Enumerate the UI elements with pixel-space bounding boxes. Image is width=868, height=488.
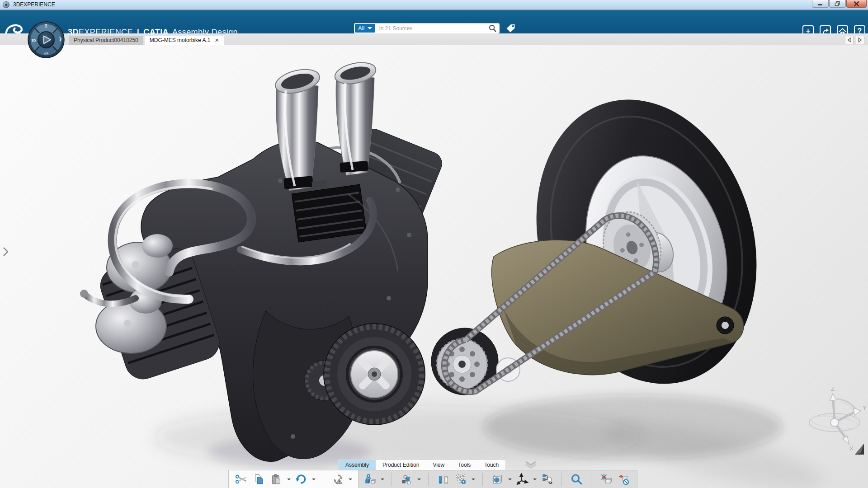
new-3d-part-icon: [491, 473, 504, 485]
tab-close-icon[interactable]: ×: [215, 36, 218, 45]
cut-icon: [235, 473, 247, 485]
action-bar-tabs: Assembly Product Edition View Tools Touc…: [338, 460, 506, 470]
tab-scroll-right-button[interactable]: [856, 36, 864, 44]
toolbar-separator: [561, 473, 562, 486]
update-dropdown[interactable]: [348, 472, 353, 487]
mouse-cursor: [854, 443, 865, 455]
os-titlebar: 3DEXPERIENCE: [0, 0, 868, 10]
tag-icon[interactable]: [505, 23, 516, 34]
toolbar-separator: [428, 473, 429, 486]
measure-icon: [571, 473, 583, 485]
undo-button[interactable]: [293, 472, 309, 487]
action-tab-touch[interactable]: Touch: [477, 460, 505, 470]
assembly-pattern-dropdown[interactable]: [471, 472, 476, 487]
measure-button[interactable]: [569, 472, 584, 487]
cut-button[interactable]: [233, 472, 249, 487]
axis-z-label: Z: [831, 385, 835, 392]
tab-scroll-controls: [845, 36, 864, 44]
window-controls: [811, 0, 867, 8]
3d-model-motorbike-assembly[interactable]: [0, 45, 868, 488]
action-tab-tools[interactable]: Tools: [451, 460, 477, 470]
restore-icon: [835, 1, 840, 6]
axis-y-label: Y: [863, 404, 867, 411]
window-title: 3DEXPERIENCE: [13, 0, 55, 9]
assembly-symmetry-icon: [437, 473, 449, 485]
proximity-analysis-icon: [618, 473, 630, 485]
search-scope-value: All: [358, 25, 364, 32]
restore-button[interactable]: [829, 0, 846, 8]
tab-mdg-mes-motorbike[interactable]: MDG-MES motorbike A.1 ×: [145, 36, 224, 45]
app-icon: [3, 1, 9, 8]
minimize-button[interactable]: [812, 0, 829, 8]
proximity-analysis-button[interactable]: [616, 472, 631, 487]
toolbar-assembly-section: [359, 470, 637, 488]
global-search-bar: All: [354, 23, 500, 33]
minimize-icon: [818, 1, 823, 6]
copy-icon: [253, 473, 265, 485]
insert-component-icon: [401, 473, 413, 485]
assembly-pattern-icon: [455, 473, 467, 485]
left-panel-expander[interactable]: [2, 246, 10, 257]
copy-button[interactable]: [251, 472, 266, 487]
action-tab-product-edition[interactable]: Product Edition: [376, 460, 426, 470]
axis-x-label: X: [849, 445, 854, 452]
insert-component-button[interactable]: [399, 472, 414, 487]
paste-button[interactable]: [269, 472, 284, 487]
action-tab-view[interactable]: View: [426, 460, 451, 470]
toolbar-separator: [591, 473, 591, 486]
chevron-down-icon: [368, 27, 372, 29]
tab-label: Physical Product00410250: [74, 37, 138, 43]
close-icon: [854, 1, 859, 6]
3d-viewport[interactable]: Z Y X Assembly Product Edition View Tool…: [0, 45, 868, 488]
update-button[interactable]: [330, 472, 345, 487]
tab-scroll-left-button[interactable]: [845, 36, 854, 44]
app-header: 3D V.R 3DEXPERIENCE|CATIAAssembly Design…: [0, 10, 868, 33]
assembly-symmetry-button[interactable]: [435, 472, 451, 487]
toolbar-separator: [482, 473, 483, 486]
compass-west-label: 3D: [31, 38, 36, 42]
axis-system-dropdown[interactable]: [532, 472, 537, 487]
search-input[interactable]: [376, 25, 489, 32]
3dexperience-window: 3DEXPERIENCE: [0, 0, 868, 488]
toolbar-separator: [323, 473, 323, 486]
paste-dropdown[interactable]: [286, 472, 291, 487]
tab-physical-product[interactable]: Physical Product00410250: [69, 36, 143, 45]
toolbar-standard-section: [228, 470, 359, 488]
axis-system-button[interactable]: [514, 472, 530, 487]
undo-icon: [295, 473, 307, 485]
component-session-icon: [364, 473, 376, 485]
assembly-pattern-button[interactable]: [453, 472, 468, 487]
reorder-children-button[interactable]: [539, 472, 555, 487]
new-3d-part-dropdown[interactable]: [507, 472, 512, 487]
clash-detection-button[interactable]: [598, 472, 613, 487]
paste-icon: [270, 473, 283, 485]
tab-label: MDG-MES motorbike A.1: [150, 36, 211, 45]
reorder-children-icon: [541, 473, 553, 485]
new-3d-part-button[interactable]: [490, 472, 505, 487]
triangle-left-icon: [847, 38, 851, 42]
undo-dropdown[interactable]: [311, 472, 316, 487]
component-session-button[interactable]: [362, 472, 377, 487]
action-bar-collapse-chevron[interactable]: [524, 460, 537, 469]
search-scope-dropdown[interactable]: All: [355, 24, 375, 33]
insert-component-dropdown[interactable]: [416, 472, 421, 487]
search-icon[interactable]: [489, 24, 496, 32]
axis-system-icon: [516, 473, 528, 485]
triangle-right-icon: [858, 38, 862, 42]
clash-detection-icon: [600, 473, 612, 485]
document-tabstrip: Physical Product00410250 MDG-MES motorbi…: [0, 33, 868, 45]
3dexperience-compass[interactable]: 3D V.R: [27, 21, 65, 59]
component-session-dropdown[interactable]: [380, 472, 385, 487]
action-tab-assembly[interactable]: Assembly: [339, 460, 376, 470]
toolbar-separator: [392, 473, 392, 486]
update-icon: [332, 473, 344, 485]
compass-south-label: V.R: [44, 52, 49, 55]
close-button[interactable]: [846, 0, 867, 8]
